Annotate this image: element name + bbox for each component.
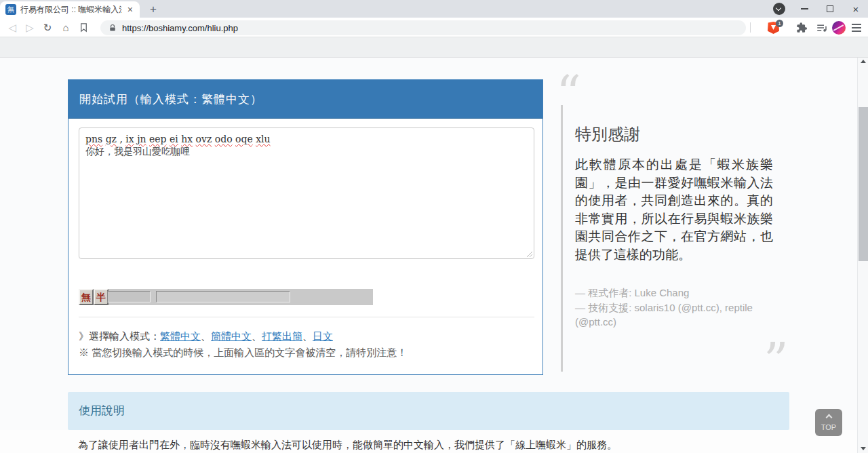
chevron-down-icon <box>776 5 781 11</box>
mode-link-japanese[interactable]: 日文 <box>313 330 333 342</box>
trial-textarea[interactable]: pns gz , ix jn eep ei hx ovz odo oqe xlu… <box>79 127 534 259</box>
profile-avatar[interactable] <box>832 21 846 35</box>
browser-toolbar: ◁ ▷ ↻ ⌂ https://boshiamy.com/hliu.php 1 <box>0 18 868 37</box>
back-to-top-button[interactable]: TOP <box>815 409 842 436</box>
sidebar-content: 特別感謝 此軟體原本的出處是「蝦米族樂園」，是由一群愛好嘸蝦米輸入法的使用者，共… <box>575 123 773 330</box>
scrollbar-thumb[interactable] <box>859 107 868 261</box>
ime-halfwidth-button[interactable]: 半 <box>94 289 108 305</box>
mode-link-simplified[interactable]: 簡體中文 <box>211 330 252 342</box>
new-tab-button[interactable]: + <box>145 3 161 16</box>
playlist-icon[interactable] <box>816 22 828 34</box>
open-quote-icon: “ <box>556 69 581 118</box>
panel-divider <box>79 317 534 317</box>
trial-panel: 開始試用（輸入模式：繁體中文） pns gz , ix jn eep ei hx… <box>68 79 543 375</box>
lock-icon <box>108 24 117 33</box>
bookmark-icon <box>79 22 89 33</box>
window-minimize-button[interactable] <box>792 0 816 18</box>
usage-heading: 使用說明 <box>68 392 789 430</box>
mode-link-trad-to-simp[interactable]: 打繁出簡 <box>262 330 302 342</box>
tab-title: 行易有限公司 :: 嘸蝦米輸入法 <box>20 4 122 16</box>
textarea-chinese-line: 你好，我是羽山愛吃咖哩 <box>85 145 528 157</box>
chevron-up-icon <box>825 414 832 421</box>
trial-panel-title: 開始試用（輸入模式：繁體中文） <box>68 80 542 119</box>
url-text: https://boshiamy.com/hliu.php <box>122 23 238 33</box>
usage-text: 為了讓使用者出門在外，臨時沒有嘸蝦米輸入法可以使用時，能做簡單的中文輸入，我們提… <box>78 439 617 452</box>
site-favicon-icon: 無 <box>5 4 16 15</box>
scroll-up-icon[interactable] <box>861 60 866 63</box>
window-maximize-button[interactable] <box>818 0 842 18</box>
avatar-swoosh <box>833 24 844 31</box>
shield-badge: 1 <box>776 20 783 27</box>
mode-switch-warning: ※ 當您切換輸入模式的時候，上面輸入區的文字會被清空，請特別注意！ <box>79 347 407 359</box>
input-mode-row: 》選擇輸入模式：繁體中文、簡體中文、打繁出簡、日文 <box>79 330 333 343</box>
minimize-icon <box>801 8 808 9</box>
usage-section-header: 使用說明 <box>68 392 789 430</box>
sidebar-rule <box>561 105 563 372</box>
toolbar-divider <box>750 22 751 33</box>
usage-section-body: 為了讓使用者出門在外，臨時沒有嘸蝦米輸入法可以使用時，能做簡單的中文輸入，我們提… <box>0 430 857 453</box>
mode-link-traditional[interactable]: 繁體中文 <box>160 330 201 342</box>
ime-status-bar: 無 半 <box>79 289 373 305</box>
reload-button[interactable]: ↻ <box>39 18 56 37</box>
mode-prompt: 》選擇輸入模式： <box>79 330 160 342</box>
extensions-puzzle-icon[interactable] <box>795 22 808 34</box>
ime-mode-button[interactable]: 無 <box>79 289 94 305</box>
tab-close-icon[interactable]: × <box>126 4 134 15</box>
scroll-down-icon[interactable] <box>861 447 866 450</box>
window-close-button[interactable]: × <box>844 0 868 18</box>
tab-search-button[interactable] <box>773 3 785 15</box>
site-top-band <box>0 37 868 58</box>
close-icon: × <box>853 4 859 14</box>
ime-composition-box <box>107 291 151 302</box>
page-scrollbar[interactable] <box>857 58 868 453</box>
menu-hamburger-icon[interactable] <box>852 24 861 25</box>
sidebar-heading: 特別感謝 <box>575 123 773 145</box>
textarea-code-line: pns gz , ix jn eep ei hx ovz odo oqe xlu <box>85 133 528 145</box>
url-bar[interactable]: https://boshiamy.com/hliu.php <box>100 20 746 35</box>
browser-titlebar: 無 行易有限公司 :: 嘸蝦米輸入法 × + × <box>0 0 868 18</box>
home-button[interactable]: ⌂ <box>58 18 74 37</box>
shield-glyph <box>771 25 776 30</box>
ime-candidate-box <box>156 291 290 302</box>
browser-tab[interactable]: 無 行易有限公司 :: 嘸蝦米輸入法 × <box>0 1 140 18</box>
sidebar-body: 此軟體原本的出處是「蝦米族樂園」，是由一群愛好嘸蝦米輸入法的使用者，共同創造出來… <box>575 156 773 264</box>
credit-support: — 技術支援: solaris10 (@ptt.cc), reptile (@p… <box>575 300 773 330</box>
close-quote-icon: ” <box>764 336 789 385</box>
maximize-icon <box>827 5 833 12</box>
resize-grip-icon[interactable] <box>526 250 532 257</box>
back-button[interactable]: ◁ <box>4 18 20 37</box>
credit-author: — 程式作者: Luke Chang <box>575 285 773 300</box>
forward-button[interactable]: ▷ <box>22 18 38 37</box>
sidebar-credits: — 程式作者: Luke Chang — 技術支援: solaris10 (@p… <box>575 285 773 330</box>
bookmarks-button[interactable] <box>75 18 92 37</box>
top-button-label: TOP <box>815 423 842 431</box>
